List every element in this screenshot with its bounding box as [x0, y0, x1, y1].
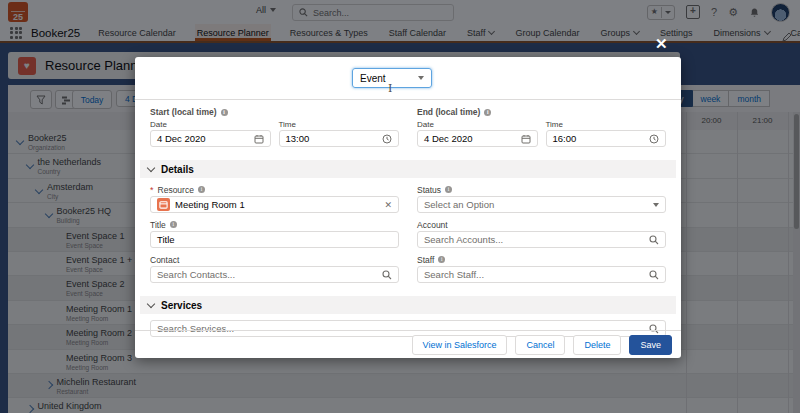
start-time-label: Time: [279, 120, 400, 130]
start-datetime-group: Start (local time) i Date 4 Dec 2020: [150, 106, 399, 147]
staff-placeholder: Search Staff...: [424, 269, 484, 280]
details-section-header[interactable]: Details: [140, 160, 676, 178]
reservation-type-value: Event: [360, 73, 386, 84]
required-asterisk: *: [150, 185, 154, 195]
modal-body: Start (local time) i Date 4 Dec 2020: [135, 100, 681, 337]
contact-field-group: Contact Search Contacts...: [150, 254, 399, 283]
end-label: End (local time): [417, 107, 480, 117]
calendar-icon: [521, 134, 531, 144]
cancel-button[interactable]: Cancel: [515, 335, 565, 355]
search-icon: [649, 235, 659, 245]
title-field-group: Title i Title: [150, 219, 399, 248]
info-icon[interactable]: i: [438, 256, 445, 263]
contact-placeholder: Search Contacts...: [157, 269, 235, 280]
reservation-resource-icon: [157, 198, 170, 211]
reservation-modal: Event I Start (local time) i Date 4 De: [135, 57, 681, 358]
contact-search-input[interactable]: Search Contacts...: [150, 266, 399, 283]
resource-value: Meeting Room 1: [175, 199, 245, 210]
end-date-label: Date: [417, 120, 538, 130]
end-datetime-group: End (local time) i Date 4 Dec 2020 T: [417, 106, 666, 147]
start-label: Start (local time): [150, 107, 217, 117]
end-time-label: Time: [546, 120, 667, 130]
info-icon[interactable]: i: [221, 109, 228, 116]
text-cursor: I: [388, 82, 392, 95]
clock-icon: [382, 134, 392, 144]
services-section-label: Services: [161, 300, 202, 311]
start-time-input[interactable]: 13:00: [279, 130, 400, 147]
screen: 25 All Search... ★ + ? ⚙ Booker2: [0, 0, 800, 413]
delete-button[interactable]: Delete: [573, 335, 621, 355]
staff-search-input[interactable]: Search Staff...: [417, 266, 666, 283]
start-date-value: 4 Dec 2020: [157, 133, 206, 144]
contact-label: Contact: [150, 255, 179, 265]
calendar-icon: [254, 134, 264, 144]
chevron-down-icon: [147, 299, 155, 307]
info-icon[interactable]: i: [484, 109, 491, 116]
end-date-value: 4 Dec 2020: [424, 133, 473, 144]
staff-field-group: Staff i Search Staff...: [417, 254, 666, 283]
save-button[interactable]: Save: [629, 335, 672, 355]
account-placeholder: Search Accounts...: [424, 234, 503, 245]
staff-label: Staff: [417, 255, 434, 265]
clear-x-icon[interactable]: ✕: [384, 200, 392, 210]
view-in-salesforce-button[interactable]: View in Salesforce: [412, 335, 508, 355]
chevron-down-icon: [147, 163, 155, 171]
start-time-value: 13:00: [286, 133, 310, 144]
details-section-label: Details: [161, 164, 194, 175]
title-value: Title: [157, 234, 175, 245]
clock-icon: [649, 134, 659, 144]
start-date-label: Date: [150, 120, 271, 130]
resource-field-group: * Resource i Meeting Room 1 ✕: [150, 184, 399, 213]
info-icon[interactable]: i: [198, 186, 205, 193]
info-icon[interactable]: i: [170, 221, 177, 228]
modal-close-icon[interactable]: ✕: [655, 36, 668, 52]
account-field-group: Account Search Accounts...: [417, 219, 666, 248]
info-icon[interactable]: i: [445, 186, 452, 193]
end-time-input[interactable]: 16:00: [546, 130, 667, 147]
chevron-down-icon: [418, 76, 424, 80]
end-time-value: 16:00: [553, 133, 577, 144]
search-icon: [382, 270, 392, 280]
resource-pill-input[interactable]: Meeting Room 1 ✕: [150, 196, 399, 213]
search-icon: [649, 270, 659, 280]
end-date-input[interactable]: 4 Dec 2020: [417, 130, 538, 147]
modal-header: Event: [135, 57, 681, 100]
start-date-input[interactable]: 4 Dec 2020: [150, 130, 271, 147]
status-field-group: Status i Select an Option: [417, 184, 666, 213]
services-section-header[interactable]: Services: [140, 296, 676, 314]
account-label: Account: [417, 220, 448, 230]
resource-label: Resource: [158, 185, 194, 195]
title-label: Title: [150, 220, 166, 230]
status-placeholder: Select an Option: [424, 199, 494, 210]
status-select[interactable]: Select an Option: [417, 196, 666, 213]
account-search-input[interactable]: Search Accounts...: [417, 231, 666, 248]
modal-footer: View in SalesforceCancelDeleteSave: [135, 330, 681, 358]
chevron-down-icon: [653, 203, 659, 207]
status-label: Status: [417, 185, 441, 195]
title-input[interactable]: Title: [150, 231, 399, 248]
